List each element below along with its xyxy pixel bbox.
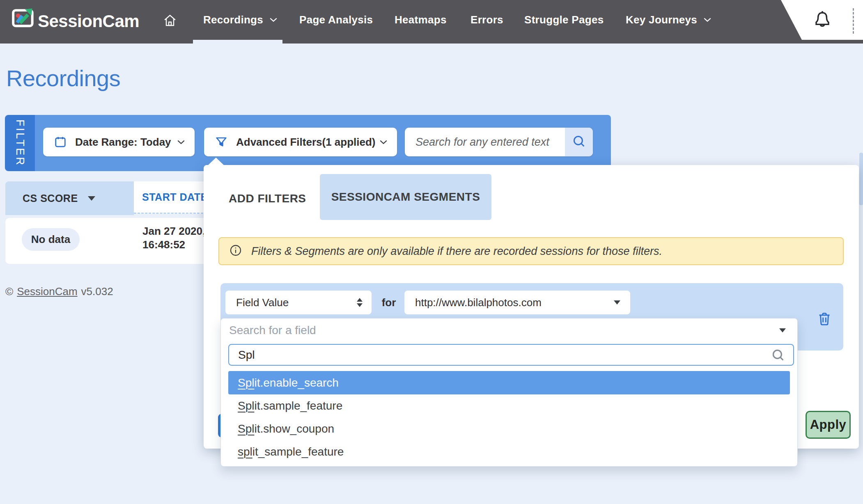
apply-button[interactable]: Apply (806, 411, 851, 439)
sessioncam-logo-icon (10, 7, 36, 28)
search-icon (571, 133, 587, 151)
field-combobox-toggle[interactable]: Search for a field (221, 318, 797, 342)
warning-text: Filters & Segments are only available if… (251, 245, 662, 258)
chevron-down-icon (270, 18, 277, 22)
tab-sessioncam-segments[interactable]: SESSIONCAM SEGMENTS (320, 174, 491, 220)
sessioncam-link[interactable]: SessionCam (17, 285, 77, 298)
nav-item-errors[interactable]: Errors (471, 0, 503, 40)
date-range-button[interactable]: Date Range: Today (43, 128, 195, 156)
cs-score-badge: No data (22, 228, 80, 251)
page-title: Recordings (6, 65, 120, 92)
nav-item-struggle-pages[interactable]: Struggle Pages (524, 0, 604, 40)
sort-desc-icon (88, 196, 95, 201)
field-placeholder: Search for a field (229, 324, 316, 337)
date-range-label: Date Range: Today (75, 136, 171, 149)
chevron-down-icon (380, 140, 387, 144)
search-icon (770, 347, 786, 363)
tab-add-filters[interactable]: ADD FILTERS (229, 187, 306, 210)
nav-dashed-divider (853, 8, 854, 34)
site-select[interactable]: http://www.bilalphotos.com (404, 291, 630, 314)
dropdown-arrow-icon (614, 300, 620, 305)
field-search (228, 344, 794, 366)
start-date-cell: Jan 27 2020, 16:48:52 (142, 225, 205, 252)
recordings-page: SessionCam Recordings Page Analysis Heat… (0, 0, 863, 504)
field-option-split-sample-feature[interactable]: Split.sample_feature (228, 394, 790, 417)
field-option-split-show-coupon[interactable]: Split.show_coupon (228, 417, 790, 440)
brand-name: SessionCam (38, 9, 139, 34)
advanced-filters-button[interactable]: Advanced Filters(1 applied) (204, 128, 397, 156)
info-icon (229, 244, 242, 259)
field-search-input[interactable] (229, 348, 770, 362)
field-option-split-enable-search[interactable]: Split.enable_search (228, 371, 790, 394)
chevron-down-icon (704, 18, 711, 22)
field-option-split-sample-feature-underscore[interactable]: split_sample_feature (228, 440, 790, 463)
nav-item-key-journeys[interactable]: Key Journeys (626, 0, 711, 40)
select-spinner-icon (357, 298, 363, 307)
footer-version: © SessionCam v5.032 (5, 285, 113, 298)
filter-side-tab[interactable]: FILTER (5, 115, 35, 171)
dropdown-arrow-icon (779, 328, 786, 332)
calendar-icon (54, 135, 67, 149)
field-type-select[interactable]: Field Value (225, 291, 372, 314)
table-row[interactable]: No data Jan 27 2020, 16:48:52 (5, 218, 220, 264)
filter-tab-label: FILTER (14, 119, 26, 167)
delete-filter-button[interactable] (816, 311, 833, 329)
nav-item-page-analysis[interactable]: Page Analysis (299, 0, 373, 40)
top-navbar: SessionCam Recordings Page Analysis Heat… (0, 0, 863, 44)
chevron-down-icon (177, 140, 185, 144)
scrollbar-thumb[interactable] (859, 153, 863, 205)
for-label: for (379, 291, 399, 314)
session-search (405, 128, 593, 156)
session-search-input[interactable] (405, 128, 565, 156)
field-combobox: Search for a field Split.enable_search S… (220, 318, 798, 467)
advanced-filters-label: Advanced Filters(1 applied) (236, 136, 376, 149)
column-header-cs-score[interactable]: CS SCORE (5, 181, 134, 215)
nav-item-recordings[interactable]: Recordings (203, 0, 277, 40)
funnel-icon (215, 135, 228, 149)
nav-item-heatmaps[interactable]: Heatmaps (395, 0, 447, 40)
home-icon[interactable] (163, 13, 177, 30)
panel-arrow-notch (208, 158, 224, 165)
active-nav-indicator (193, 40, 282, 44)
notifications-bell-icon[interactable] (813, 9, 832, 32)
warning-banner: Filters & Segments are only available if… (218, 237, 844, 265)
search-button[interactable] (565, 128, 593, 156)
